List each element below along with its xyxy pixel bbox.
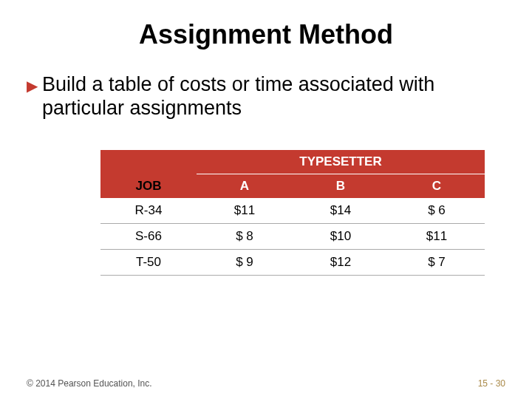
value-cell: $14 <box>293 198 389 224</box>
table-row: T-50 $ 9 $12 $ 7 <box>100 249 485 275</box>
slide: Assignment Method ▶ Build a table of cos… <box>0 0 532 399</box>
value-cell: $12 <box>293 249 389 275</box>
bullet-text: Build a table of costs or time associate… <box>42 72 505 120</box>
value-cell: $ 7 <box>389 249 485 275</box>
job-header: JOB <box>100 174 197 198</box>
column-header-a: A <box>197 174 293 198</box>
value-cell: $ 9 <box>197 249 293 275</box>
job-cell: S-66 <box>100 223 197 249</box>
value-cell: $ 6 <box>389 198 485 224</box>
column-header-c: C <box>389 174 485 198</box>
value-cell: $ 8 <box>197 223 293 249</box>
typesetter-header: TYPESETTER <box>197 150 485 174</box>
value-cell: $10 <box>293 223 389 249</box>
column-header-b: B <box>293 174 389 198</box>
value-cell: $11 <box>389 223 485 249</box>
cost-table: JOB TYPESETTER A B C R-34 $11 $14 $ 6 S-… <box>100 150 485 276</box>
slide-title: Assignment Method <box>27 19 505 50</box>
job-cell: R-34 <box>100 198 197 224</box>
footer: © 2014 Pearson Education, Inc. 15 - 30 <box>27 378 505 389</box>
job-cell: T-50 <box>100 249 197 275</box>
table-row: S-66 $ 8 $10 $11 <box>100 223 485 249</box>
bullet-item: ▶ Build a table of costs or time associa… <box>27 72 505 120</box>
page-number: 15 - 30 <box>478 378 505 389</box>
table-row: R-34 $11 $14 $ 6 <box>100 198 485 224</box>
value-cell: $11 <box>197 198 293 224</box>
copyright-text: © 2014 Pearson Education, Inc. <box>27 378 152 389</box>
triangle-bullet-icon: ▶ <box>27 74 38 98</box>
